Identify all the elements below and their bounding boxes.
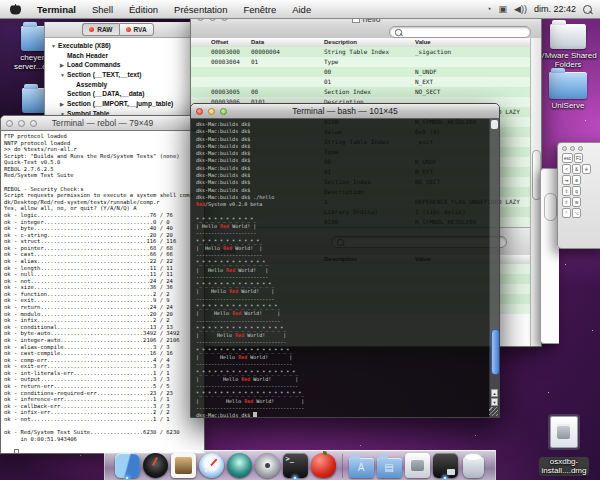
keyboard-key[interactable]: ⇪ [562, 186, 571, 196]
dock-separator [342, 454, 343, 478]
bash-terminal-window: Terminal — bash — 101×45 dks-Mac:builds … [190, 103, 500, 418]
column-header[interactable]: Value [415, 39, 431, 45]
terminal-line: ---------------------- [196, 252, 499, 259]
desktop-icon-uniserve[interactable]: UniServe [540, 72, 596, 111]
table-cell: N_UNDF [415, 67, 437, 77]
terminal-line: | Hello Red World! | [196, 376, 499, 383]
search-icon [395, 28, 402, 35]
dock-item-disk-image[interactable] [405, 453, 430, 478]
menu-shell[interactable]: Shell [84, 4, 121, 15]
clock-icon[interactable]: ◔ [486, 4, 491, 14]
desktop-icon-osxdbg[interactable]: osxdbg- install....dmg [532, 414, 596, 477]
dock-item-rebol[interactable] [311, 453, 336, 478]
sidebar-item-section-data-data[interactable]: Section (__DATA,__data) [45, 89, 191, 99]
keyboard-key[interactable]: ⌥ [572, 208, 581, 218]
keyboard-key[interactable]: ⌃ [562, 208, 571, 218]
keyboard-key[interactable]: a [572, 175, 581, 185]
dock-item-dashboard[interactable] [143, 453, 168, 478]
displays-icon[interactable]: ▣ [499, 4, 508, 14]
running-indicator [293, 476, 297, 480]
sidebar-item-assembly[interactable]: Assembly [45, 80, 191, 90]
rebol-terminal-window: Terminal — rebol — 79×49 FTP protocol lo… [0, 115, 205, 454]
volume-icon[interactable]: ◀)) [514, 4, 527, 14]
keyboard-key[interactable]: < [562, 164, 571, 174]
table-cell: 00 [251, 87, 258, 97]
spotlight-icon[interactable] [583, 5, 592, 14]
terminal-line: *_*_*_*_*_*_*_*_*_*_*_*_*_*_*_*_*_ [196, 369, 499, 376]
table-row[interactable]: 0000300401Type [191, 57, 531, 67]
search-input[interactable] [389, 26, 531, 38]
sidebar-item-section-import-jump-table[interactable]: ▶Section (__IMPORT,__jump_table) [45, 99, 191, 109]
keyboard-key[interactable]: ⇥ [562, 175, 571, 185]
menu-présentation[interactable]: Présentation [166, 4, 235, 15]
column-header[interactable]: Data [251, 39, 264, 45]
dock-item-applications-folder[interactable]: A [349, 453, 374, 478]
disk-image-icon [550, 416, 578, 448]
sidebar-item-section-text-text[interactable]: ▼Section (__TEXT,__text) [45, 70, 191, 80]
menu-terminal[interactable]: Terminal [29, 4, 84, 15]
rva-button[interactable]: RVA [119, 23, 154, 36]
menu-items: TerminalShellÉditionPrésentationFenêtreA… [29, 4, 319, 15]
table-row[interactable]: 00N_UNDF [191, 67, 531, 77]
disclosure-triangle-icon[interactable]: ▼ [60, 71, 67, 80]
terminal-line: dks-Mac:builds dk$ [196, 165, 499, 172]
dock-item-finder[interactable] [115, 453, 140, 478]
dock-item-terminal[interactable] [283, 453, 308, 478]
keyboard-key[interactable]: F1 [574, 153, 583, 163]
resize-grip[interactable] [489, 407, 498, 416]
documents-folder-icon: ▤ [377, 458, 402, 478]
disclosure-triangle-icon[interactable]: ▼ [51, 42, 58, 51]
menu-aide[interactable]: Aide [284, 4, 319, 15]
dock-item-trash[interactable] [461, 453, 486, 478]
dock-item-safari[interactable] [199, 453, 224, 478]
dock-item-dvd-player[interactable] [255, 453, 280, 478]
terminal-line: *_*_*_*_*_*_*_*_*_*_ [196, 216, 499, 223]
keyboard-key[interactable]: ⇧ [562, 197, 571, 207]
disclosure-triangle-icon[interactable]: ▶ [60, 61, 67, 70]
raw-button[interactable]: RAW [82, 23, 118, 36]
scrollbar-thumb[interactable] [491, 329, 499, 375]
desktop-icon-vmware[interactable]: VMware Shared Folders [536, 24, 600, 69]
menubar-clock[interactable]: dim. 22:42 [534, 4, 576, 14]
terminal-line: dks-Mac:builds dk$ [196, 136, 499, 143]
scrollbar-thumb[interactable] [544, 193, 557, 221]
document-glyph: ▤ [377, 458, 402, 478]
table-row[interactable]: 0000300500Section IndexNO_SECT [191, 87, 531, 97]
table-row[interactable]: 0000300000000004String Table Index_sigac… [191, 47, 531, 57]
dock: A▤ [104, 450, 496, 480]
menu-édition[interactable]: Édition [121, 4, 166, 15]
keyboard-key[interactable]: esc [562, 153, 573, 163]
keyboard-rows: escF1<&é⇥a⇪q⇧w⌃⌥ [558, 153, 600, 219]
close-button[interactable] [562, 146, 567, 151]
table-row[interactable]: 01N_EXT [191, 77, 531, 87]
keyboard-row: ⇪q [558, 186, 600, 197]
keyboard-key[interactable]: q [572, 186, 581, 196]
scroll-down-button[interactable]: ▼ [491, 398, 498, 406]
column-header[interactable]: Description [324, 39, 357, 45]
scroll-up-button[interactable]: ▲ [491, 389, 498, 397]
terminal-line: dks-Mac:builds dk$ [196, 128, 499, 135]
keyboard-row: ⌃⌥ [558, 208, 600, 219]
window-title: Terminal — rebol — 79×49 [1, 118, 204, 128]
sidebar-item-load-commands[interactable]: ▶Load Commands [45, 60, 191, 70]
minimize-button[interactable] [570, 146, 575, 151]
disclosure-triangle-icon[interactable]: ▶ [60, 100, 67, 109]
rebol-titlebar[interactable]: Terminal — rebol — 79×49 [1, 116, 204, 131]
keyboard-key[interactable]: é [582, 164, 591, 174]
dock-item-documents-folder[interactable]: ▤ [377, 453, 402, 478]
keyboard-key[interactable]: w [572, 197, 581, 207]
dock-item-preview[interactable] [171, 453, 196, 478]
terminal-cursor [14, 449, 20, 453]
keyboard-key[interactable]: & [572, 164, 581, 174]
apple-menu-icon[interactable] [10, 4, 21, 15]
dock-item-time-machine[interactable] [227, 453, 252, 478]
menu-fenêtre[interactable]: Fenêtre [235, 4, 284, 15]
letter-a-glyph: A [349, 458, 374, 478]
column-header[interactable]: Offset [211, 39, 228, 45]
bash-titlebar[interactable]: Terminal — bash — 101×45 [191, 104, 499, 119]
sidebar-item-mach-header[interactable]: Mach Header [45, 51, 191, 61]
zoom-button[interactable] [578, 146, 583, 151]
vertical-scrollbar[interactable]: ▲ ▼ [489, 119, 499, 417]
dock-item-x11[interactable] [433, 453, 458, 478]
sidebar-item-executable-x86[interactable]: ▼Executable (X86) [45, 41, 191, 51]
